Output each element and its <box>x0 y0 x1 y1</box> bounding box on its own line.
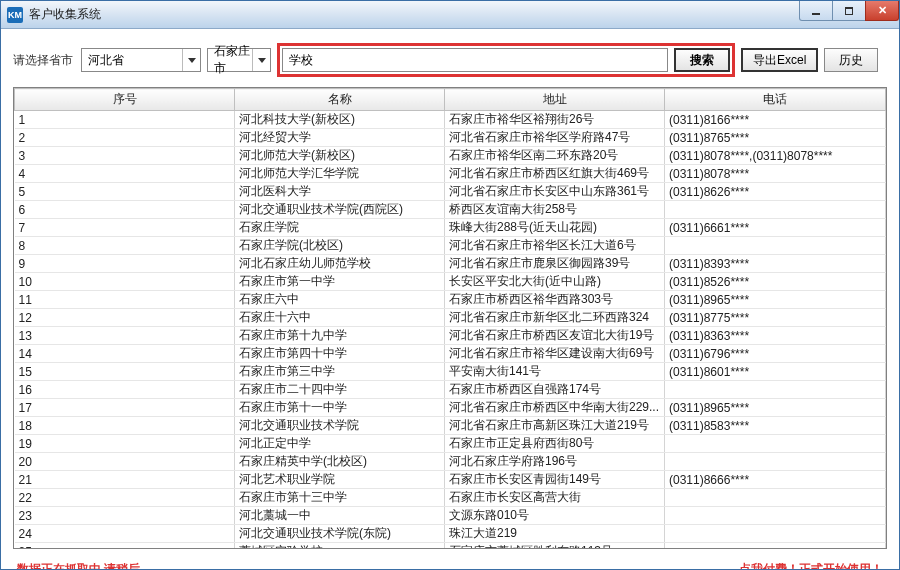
cell-num: 14 <box>15 345 235 363</box>
province-label: 请选择省市 <box>13 52 73 69</box>
cell-addr: 石家庄市桥西区裕华西路303号 <box>445 291 665 309</box>
cell-name: 石家庄市第十一中学 <box>235 399 445 417</box>
cell-num: 7 <box>15 219 235 237</box>
table-row[interactable]: 19河北正定中学石家庄市正定县府西街80号 <box>15 435 886 453</box>
header-addr[interactable]: 地址 <box>445 89 665 111</box>
table-row[interactable]: 22石家庄市第十三中学石家庄市长安区高营大街 <box>15 489 886 507</box>
search-input[interactable]: 学校 <box>282 48 668 72</box>
table-row[interactable]: 9河北石家庄幼儿师范学校河北省石家庄市鹿泉区御园路39号(0311)8393**… <box>15 255 886 273</box>
cell-name: 石家庄精英中学(北校区) <box>235 453 445 471</box>
cell-addr: 河北省石家庄市裕华区建设南大街69号 <box>445 345 665 363</box>
table-row[interactable]: 16石家庄市二十四中学石家庄市桥西区自强路174号 <box>15 381 886 399</box>
table-row[interactable]: 10石家庄市第一中学长安区平安北大街(近中山路)(0311)8526**** <box>15 273 886 291</box>
table-header-row: 序号 名称 地址 电话 <box>15 89 886 111</box>
cell-num: 13 <box>15 327 235 345</box>
table-row[interactable]: 23河北藁城一中文源东路010号 <box>15 507 886 525</box>
cell-tel: (0311)8965**** <box>665 399 886 417</box>
toolbar: 请选择省市 河北省 石家庄市 学校 搜索 导出Excel 历史 <box>1 29 899 87</box>
cell-addr: 平安南大街141号 <box>445 363 665 381</box>
cell-addr: 河北省石家庄市桥西区中华南大街229... <box>445 399 665 417</box>
cell-num: 4 <box>15 165 235 183</box>
cell-addr: 河北省石家庄市鹿泉区御园路39号 <box>445 255 665 273</box>
table-row[interactable]: 20石家庄精英中学(北校区)河北石家庄学府路196号 <box>15 453 886 471</box>
header-num[interactable]: 序号 <box>15 89 235 111</box>
cell-tel: (0311)8166**** <box>665 111 886 129</box>
cell-name: 石家庄学院(北校区) <box>235 237 445 255</box>
cell-num: 11 <box>15 291 235 309</box>
province-select[interactable]: 河北省 <box>81 48 201 72</box>
cell-num: 9 <box>15 255 235 273</box>
search-button[interactable]: 搜索 <box>674 48 730 72</box>
table-row[interactable]: 4河北师范大学汇华学院河北省石家庄市桥西区红旗大街469号(0311)8078*… <box>15 165 886 183</box>
cell-addr: 河北省石家庄市裕华区长江大道6号 <box>445 237 665 255</box>
minimize-icon <box>812 13 820 15</box>
close-button[interactable]: ✕ <box>865 1 899 21</box>
cell-name: 石家庄市二十四中学 <box>235 381 445 399</box>
close-icon: ✕ <box>878 4 887 17</box>
cell-tel <box>665 381 886 399</box>
table-row[interactable]: 5河北医科大学河北省石家庄市长安区中山东路361号(0311)8626**** <box>15 183 886 201</box>
cell-name: 石家庄市第三中学 <box>235 363 445 381</box>
table-row[interactable]: 14石家庄市第四十中学河北省石家庄市裕华区建设南大街69号(0311)6796*… <box>15 345 886 363</box>
table-row[interactable]: 6河北交通职业技术学院(西院区)桥西区友谊南大街258号 <box>15 201 886 219</box>
header-name[interactable]: 名称 <box>235 89 445 111</box>
cell-tel <box>665 201 886 219</box>
header-tel[interactable]: 电话 <box>665 89 886 111</box>
table-row[interactable]: 24河北交通职业技术学院(东院)珠江大道219 <box>15 525 886 543</box>
cell-name: 石家庄市第一中学 <box>235 273 445 291</box>
table-row[interactable]: 3河北师范大学(新校区)石家庄市裕华区南二环东路20号(0311)8078***… <box>15 147 886 165</box>
cell-tel: (0311)8601**** <box>665 363 886 381</box>
cell-name: 石家庄学院 <box>235 219 445 237</box>
table-row[interactable]: 15石家庄市第三中学平安南大街141号(0311)8601**** <box>15 363 886 381</box>
results-table-container: 序号 名称 地址 电话 1河北科技大学(新校区)石家庄市裕华区裕翔街26号(03… <box>13 87 887 549</box>
cell-name: 河北师范大学(新校区) <box>235 147 445 165</box>
table-row[interactable]: 17石家庄市第十一中学河北省石家庄市桥西区中华南大街229...(0311)89… <box>15 399 886 417</box>
table-row[interactable]: 8石家庄学院(北校区)河北省石家庄市裕华区长江大道6号 <box>15 237 886 255</box>
cell-tel: (0311)8765**** <box>665 129 886 147</box>
chevron-down-icon <box>182 49 200 71</box>
cell-tel: (0311)8078****,(0311)8078**** <box>665 147 886 165</box>
cell-name: 石家庄市第四十中学 <box>235 345 445 363</box>
table-row[interactable]: 18河北交通职业技术学院河北省石家庄市高新区珠江大道219号(0311)8583… <box>15 417 886 435</box>
table-row[interactable]: 1河北科技大学(新校区)石家庄市裕华区裕翔街26号(0311)8166**** <box>15 111 886 129</box>
cell-addr: 珠峰大街288号(近天山花园) <box>445 219 665 237</box>
results-table: 序号 名称 地址 电话 1河北科技大学(新校区)石家庄市裕华区裕翔街26号(03… <box>14 88 886 549</box>
export-excel-button[interactable]: 导出Excel <box>741 48 818 72</box>
cell-num: 23 <box>15 507 235 525</box>
cell-addr: 石家庄市桥西区自强路174号 <box>445 381 665 399</box>
cell-num: 18 <box>15 417 235 435</box>
cell-tel: (0311)8393**** <box>665 255 886 273</box>
cell-tel: (0311)8078**** <box>665 165 886 183</box>
cell-name: 河北交通职业技术学院 <box>235 417 445 435</box>
cell-num: 20 <box>15 453 235 471</box>
maximize-button[interactable] <box>832 1 866 21</box>
cell-num: 22 <box>15 489 235 507</box>
province-value: 河北省 <box>88 52 124 69</box>
cell-name: 河北正定中学 <box>235 435 445 453</box>
cell-name: 河北师范大学汇华学院 <box>235 165 445 183</box>
table-row[interactable]: 2河北经贸大学河北省石家庄市裕华区学府路47号(0311)8765**** <box>15 129 886 147</box>
history-button[interactable]: 历史 <box>824 48 878 72</box>
table-row[interactable]: 12石家庄十六中河北省石家庄市新华区北二环西路324(0311)8775**** <box>15 309 886 327</box>
maximize-icon <box>845 7 853 15</box>
cell-tel <box>665 237 886 255</box>
cell-num: 3 <box>15 147 235 165</box>
cell-addr: 文源东路010号 <box>445 507 665 525</box>
cell-addr: 石家庄市长安区高营大街 <box>445 489 665 507</box>
minimize-button[interactable] <box>799 1 833 21</box>
cell-tel <box>665 453 886 471</box>
cell-addr: 河北省石家庄市桥西区红旗大街469号 <box>445 165 665 183</box>
table-row[interactable]: 7石家庄学院珠峰大街288号(近天山花园)(0311)6661**** <box>15 219 886 237</box>
cell-name: 河北藁城一中 <box>235 507 445 525</box>
cell-num: 6 <box>15 201 235 219</box>
cell-tel: (0311)8666**** <box>665 471 886 489</box>
cell-addr: 桥西区友谊南大街258号 <box>445 201 665 219</box>
pay-link[interactable]: 点我付费！正式开始使用！ <box>739 561 883 570</box>
cell-tel <box>665 525 886 543</box>
app-icon: KM <box>7 7 23 23</box>
city-select[interactable]: 石家庄市 <box>207 48 271 72</box>
table-row[interactable]: 13石家庄市第十九中学河北省石家庄市桥西区友谊北大街19号(0311)8363*… <box>15 327 886 345</box>
table-row[interactable]: 21河北艺术职业学院石家庄市长安区青园街149号(0311)8666**** <box>15 471 886 489</box>
table-row[interactable]: 11石家庄六中石家庄市桥西区裕华西路303号(0311)8965**** <box>15 291 886 309</box>
cell-tel: (0311)8626**** <box>665 183 886 201</box>
